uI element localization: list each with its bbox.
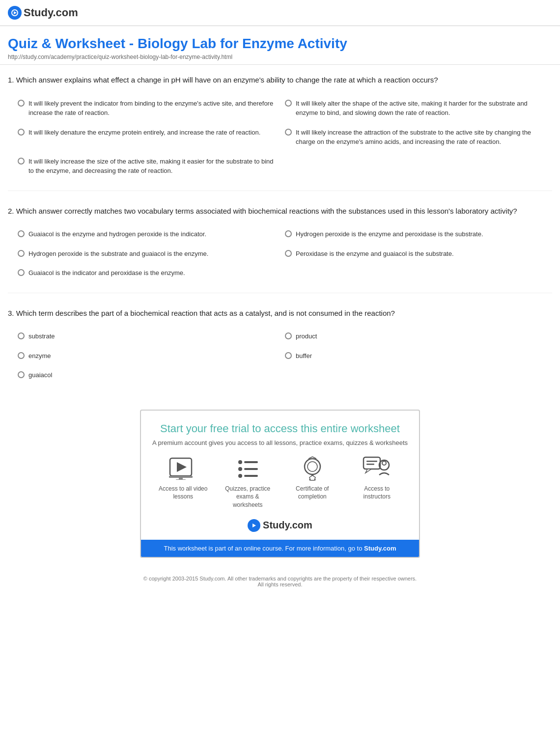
list-icon [233, 456, 262, 481]
question-2-option-c[interactable]: Hydrogen peroxide is the substrate and g… [18, 244, 285, 264]
cta-feature-video: Access to all video lessons [156, 456, 210, 509]
option-text: Guaiacol is the enzyme and hydrogen pero… [28, 229, 206, 239]
cta-feature-instructors: Access to instructors [350, 456, 404, 509]
footer-copyright: © copyright 2003-2015 Study.com. All oth… [16, 576, 544, 581]
radio-icon[interactable] [18, 269, 25, 276]
cta-footer-text: This worksheet is part of an online cour… [164, 545, 364, 552]
option-text: Hydrogen peroxide is the enzyme and pero… [296, 229, 483, 239]
cta-wrapper: Start your free trial to access this ent… [8, 410, 552, 558]
option-text: buffer [296, 351, 312, 361]
question-1-option-c[interactable]: It will likely denature the enzyme prote… [18, 123, 285, 152]
svg-point-23 [382, 461, 386, 465]
cta-logo-area: Study.com [151, 519, 409, 532]
option-text: It will likely increase the attraction o… [296, 128, 544, 147]
svg-point-14 [308, 462, 317, 471]
site-logo[interactable]: Study.com [8, 6, 78, 20]
question-1-options: It will likely prevent the indicator fro… [18, 94, 552, 181]
radio-icon[interactable] [285, 250, 292, 257]
question-3: 3. Which term describes the part of a bi… [8, 308, 552, 395]
cta-logo-text: Study.com [263, 520, 312, 531]
question-3-option-b[interactable]: product [285, 327, 552, 346]
radio-icon[interactable] [18, 250, 25, 257]
option-text: It will likely denature the enzyme prote… [28, 128, 260, 138]
svg-rect-20 [364, 457, 380, 469]
question-1-text: 1. Which answer explains what effect a c… [8, 75, 552, 86]
video-icon [168, 456, 198, 481]
header: Study.com [0, 0, 560, 26]
option-text: guaiacol [28, 370, 52, 380]
page-title: Quiz & Worksheet - Biology Lab for Enzym… [8, 36, 552, 52]
cta-footer-bar: This worksheet is part of an online cour… [141, 540, 419, 557]
option-text: Guaiacol is the indicator and peroxidase… [28, 268, 185, 278]
question-2-option-b[interactable]: Hydrogen peroxide is the enzyme and pero… [285, 224, 552, 244]
cta-subtitle: A premium account gives you access to al… [151, 439, 409, 446]
radio-icon[interactable] [285, 100, 292, 107]
question-2-option-a[interactable]: Guaiacol is the enzyme and hydrogen pero… [18, 224, 285, 244]
cta-footer-link[interactable]: Study.com [364, 545, 396, 552]
logo-icon [8, 6, 22, 20]
question-2-text: 2. Which answer correctly matches two vo… [8, 206, 552, 217]
svg-point-11 [238, 474, 242, 478]
page-url: http://study.com/academy/practice/quiz-w… [8, 54, 552, 60]
svg-marker-26 [252, 524, 256, 527]
instructor-icon [362, 456, 392, 481]
radio-icon[interactable] [285, 129, 292, 136]
radio-icon[interactable] [285, 352, 292, 359]
option-text: Peroxidase is the enzyme and guaiacol is… [296, 249, 454, 259]
site-footer: © copyright 2003-2015 Study.com. All oth… [8, 568, 552, 595]
svg-rect-12 [244, 475, 258, 477]
svg-rect-25 [366, 464, 374, 465]
cta-box: Start your free trial to access this ent… [140, 410, 420, 558]
cta-feature-instructors-label: Access to instructors [350, 485, 404, 501]
svg-marker-1 [14, 11, 17, 14]
svg-rect-6 [176, 479, 186, 480]
cta-logo: Study.com [248, 519, 312, 532]
question-1-option-a[interactable]: It will likely prevent the indicator fro… [18, 94, 285, 123]
svg-rect-10 [244, 468, 258, 470]
cta-feature-quizzes: Quizzes, practice exams & worksheets [221, 456, 275, 509]
question-3-option-d[interactable]: buffer [285, 346, 552, 366]
question-3-option-a[interactable]: substrate [18, 327, 285, 346]
svg-point-13 [305, 459, 320, 474]
cta-feature-certificate: Certificate of completion [285, 456, 339, 509]
svg-rect-24 [366, 461, 377, 462]
question-1-option-b[interactable]: It will likely alter the shape of the ac… [285, 94, 552, 123]
question-3-option-e[interactable]: guaiacol [18, 365, 285, 385]
certificate-icon [298, 456, 327, 481]
cta-feature-video-label: Access to all video lessons [156, 485, 210, 501]
question-2-option-d[interactable]: Peroxidase is the enzyme and guaiacol is… [285, 244, 552, 264]
question-1-option-e[interactable]: It will likely increase the size of the … [18, 152, 285, 181]
svg-rect-8 [244, 461, 258, 463]
cta-title: Start your free trial to access this ent… [151, 422, 409, 435]
option-text: It will likely alter the shape of the ac… [296, 99, 544, 118]
radio-icon[interactable] [18, 332, 25, 339]
radio-icon[interactable] [18, 230, 25, 237]
question-2-option-e[interactable]: Guaiacol is the indicator and peroxidase… [18, 263, 285, 283]
radio-icon[interactable] [18, 371, 25, 378]
page-title-section: Quiz & Worksheet - Biology Lab for Enzym… [0, 26, 560, 65]
question-1-option-empty [285, 152, 552, 181]
cta-feature-certificate-label: Certificate of completion [285, 485, 339, 501]
radio-icon[interactable] [18, 100, 25, 107]
radio-icon[interactable] [18, 158, 25, 165]
option-text: substrate [28, 332, 55, 341]
content-area: 1. Which answer explains what effect a c… [0, 65, 560, 605]
question-2-option-empty [285, 263, 552, 283]
question-3-option-c[interactable]: enzyme [18, 346, 285, 366]
svg-marker-17 [309, 475, 315, 480]
svg-point-7 [238, 460, 242, 464]
radio-icon[interactable] [18, 352, 25, 359]
question-3-text: 3. Which term describes the part of a bi… [8, 308, 552, 319]
option-text: product [296, 332, 317, 341]
option-text: Hydrogen peroxide is the substrate and g… [28, 249, 208, 259]
question-1-option-d[interactable]: It will likely increase the attraction o… [285, 123, 552, 152]
radio-icon[interactable] [285, 230, 292, 237]
radio-icon[interactable] [18, 129, 25, 136]
question-1: 1. Which answer explains what effect a c… [8, 75, 552, 191]
option-text: It will likely prevent the indicator fro… [28, 99, 277, 118]
svg-rect-4 [169, 476, 193, 478]
question-2-options: Guaiacol is the enzyme and hydrogen pero… [18, 224, 552, 283]
radio-icon[interactable] [285, 332, 292, 339]
svg-point-9 [238, 467, 242, 471]
question-3-option-empty [285, 365, 552, 385]
